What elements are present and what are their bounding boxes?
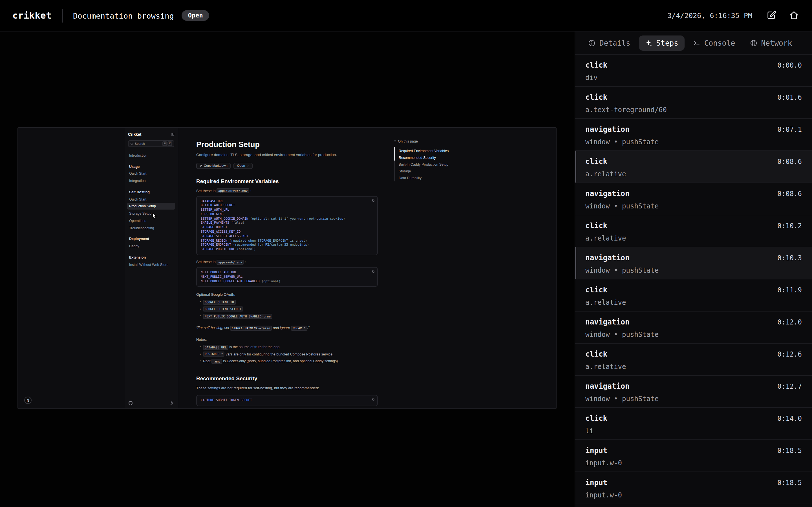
code-line: NEXT_PUBLIC_GOOGLE_AUTH_ENABLED (optiona… [201, 279, 373, 284]
code-line: STORAGE_ACCESS_KEY_ID [201, 230, 373, 234]
tab-network[interactable]: Network [744, 35, 798, 50]
step-action: navigation [585, 382, 629, 390]
inline-code: GOOGLE_CLIENT_SECRET [203, 307, 243, 312]
step-action: click [585, 157, 607, 166]
step-target: window • pushState [585, 331, 802, 339]
doc-page-subtitle: Configure domains, TLS, storage, and cri… [196, 153, 378, 158]
tab-label: Network [761, 39, 792, 47]
doc-nav-item[interactable]: Quick Start [127, 196, 175, 202]
sidebar-toggle-icon[interactable] [170, 133, 174, 136]
code-copy-icon[interactable] [371, 398, 374, 403]
doc-nav-item[interactable]: Integration [127, 177, 175, 184]
step-target: a.text-foreground/60 [585, 106, 802, 114]
open-dropdown-button[interactable]: Open [234, 163, 253, 169]
step-row[interactable]: click0:11.9a.relative [575, 279, 812, 312]
doc-search-input[interactable]: Search ⌘K [128, 140, 174, 147]
doc-nav-item[interactable]: Quick Start [127, 170, 175, 177]
step-time: 0:07.1 [777, 126, 802, 133]
doc-nav-item[interactable]: Operations [127, 217, 175, 224]
step-action: click [585, 221, 607, 230]
code-line: NEXT_PUBLIC_APP_URL [201, 270, 373, 275]
step-target: div [585, 74, 802, 82]
step-time: 0:10.2 [777, 222, 802, 230]
tab-console[interactable]: Console [687, 35, 742, 50]
step-row[interactable]: click0:08.6a.relative [575, 151, 812, 183]
step-time: 0:12.7 [777, 383, 802, 390]
tab-steps[interactable]: Steps [639, 35, 684, 50]
doc-nav-section: Self-Hosting [128, 188, 174, 195]
step-row[interactable]: navigation0:08.6window • pushState [575, 183, 812, 215]
theme-toggle-icon[interactable] [170, 401, 174, 405]
replay-viewport[interactable]: Crikket Search ⌘K IntroductionUsageQuick… [0, 32, 574, 507]
doc-brand: Crikket [128, 132, 141, 136]
quote-text: “For self-hosting, set [196, 326, 230, 330]
step-time: 0:08.6 [777, 158, 802, 166]
copy-markdown-button[interactable]: Copy Markdown [196, 163, 231, 169]
toc-item[interactable]: Storage [394, 168, 461, 174]
step-row[interactable]: navigation0:12.0window • pushState [575, 312, 812, 344]
doc-nav-item[interactable]: Production Setup [127, 203, 175, 210]
home-button[interactable] [788, 10, 800, 21]
status-badge: Open [182, 10, 209, 21]
step-row[interactable]: input0:18.5input.w-0 [575, 440, 812, 472]
inline-code: ENABLE_PAYMENTS=false [230, 326, 272, 331]
step-row[interactable]: navigation0:12.7window • pushState [575, 376, 812, 408]
toc-item[interactable]: Data Durability [394, 175, 461, 181]
toc-item[interactable]: Required Environment Variables [394, 147, 461, 154]
doc-paragraph: These settings are not required for self… [196, 386, 378, 390]
step-row[interactable]: navigation0:10.3window • pushState [575, 247, 812, 279]
step-action: input [585, 446, 607, 455]
step-row[interactable]: click0:10.2a.relative [575, 215, 812, 247]
inline-code: apps/web/.env [216, 260, 244, 265]
step-time: 0:11.9 [777, 286, 802, 294]
toc-item[interactable]: Built-In Caddy Production Setup [394, 161, 461, 168]
step-row[interactable]: navigation0:07.1window • pushState [575, 119, 812, 151]
code-copy-icon[interactable] [371, 270, 374, 275]
step-target: window • pushState [585, 267, 802, 274]
step-time: 0:12.0 [777, 318, 802, 326]
step-row[interactable]: click0:12.6a.relative [575, 344, 812, 376]
doc-content: Production Setup Configure domains, TLS,… [196, 128, 378, 406]
list-item: GOOGLE_CLIENT_ID [200, 300, 378, 304]
inline-code: .env [211, 359, 222, 364]
step-row[interactable]: click0:14.0li [575, 408, 812, 440]
code-line: STORAGE_SECRET_ACCESS_KEY [201, 234, 373, 239]
doc-nav-item[interactable]: Troubleshooting [127, 225, 175, 231]
code-line: STORAGE_ENDPOINT (recommended for R2/cus… [201, 243, 373, 247]
tab-details[interactable]: Details [582, 35, 637, 50]
nextjs-dev-badge[interactable]: N [24, 397, 32, 404]
doc-nav-item[interactable]: Storage Setup [127, 210, 175, 217]
step-row[interactable]: click0:00.0div [575, 55, 812, 87]
search-icon [130, 142, 133, 145]
step-time: 0:18.5 [777, 479, 802, 487]
doc-paragraph: Set these in apps/web/.env : [196, 260, 378, 264]
edit-button[interactable] [766, 10, 777, 21]
toc-item[interactable]: Recommended Security [394, 154, 461, 161]
doc-nav-section: Usage [128, 163, 174, 170]
github-icon[interactable] [129, 401, 133, 405]
network-icon [750, 39, 757, 47]
toc-title: On this page [398, 139, 418, 143]
code-block-security: CAPTURE_SUBMIT_TOKEN_SECRET [196, 395, 378, 406]
inline-code: POSTGRES_* [203, 352, 225, 357]
code-copy-icon[interactable] [371, 199, 374, 203]
chevron-down-icon [246, 164, 249, 167]
doc-nav: IntroductionUsageQuick StartIntegrationS… [128, 152, 174, 268]
list-item: DATABASE_URL is the source of truth for … [200, 345, 378, 349]
code-line: CORS_ORIGINS [201, 212, 373, 217]
step-row[interactable]: click0:01.6a.text-foreground/60 [575, 87, 812, 119]
code-line: ENABLE_PAYMENTS (false) [201, 221, 373, 226]
list-item: POSTGRES_* vars are only for configuring… [200, 352, 378, 356]
doc-nav-item[interactable]: Install Without Web Store [127, 261, 175, 268]
browsed-page: Crikket Search ⌘K IntroductionUsageQuick… [17, 127, 557, 409]
doc-nav-item[interactable]: Introduction [127, 152, 175, 159]
step-row[interactable]: input0:18.5input.w-0 [575, 472, 812, 504]
inspector-tabs: DetailsStepsConsoleNetwork [575, 32, 812, 54]
step-time: 0:01.6 [777, 94, 802, 101]
doc-quote: “For self-hosting, set ENABLE_PAYMENTS=f… [196, 326, 378, 330]
code-line: STORAGE_REGION (required when STORAGE_EN… [201, 238, 373, 243]
step-action: click [585, 61, 607, 69]
steps-icon [645, 39, 652, 47]
app-window: crikket Documentation browsing Open 3/4/… [0, 0, 812, 507]
doc-nav-item[interactable]: Caddy [127, 243, 175, 249]
